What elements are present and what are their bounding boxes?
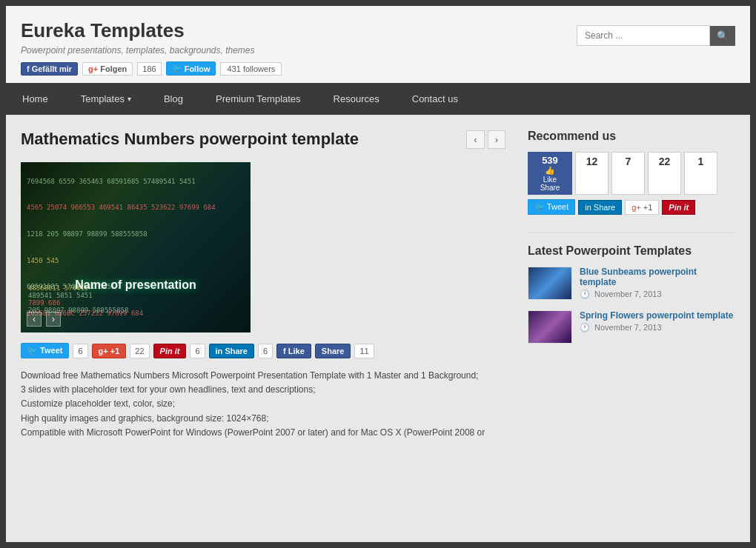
- main-nav: Home Templates ▾ Blog Premium Templates …: [6, 83, 750, 115]
- slide-row-7: 48568011 574415: [28, 284, 243, 292]
- main-layout: Mathematics Numbers powerpoint template …: [6, 115, 750, 455]
- latest-info-1: Blue Sunbeams powerpoint template 🕐 Nove…: [580, 267, 735, 299]
- tweet-button[interactable]: 🐦 Tweet: [21, 343, 69, 358]
- page-title-row: Mathematics Numbers powerpoint template …: [21, 130, 505, 149]
- linkedin-share-button[interactable]: in Share: [209, 344, 254, 358]
- slide-row-3: 1218 205 98897 98899 588555858: [27, 230, 245, 238]
- desc-line-4: High quality images and graphics, backgr…: [21, 412, 505, 426]
- facebook-like-button[interactable]: f Gefällt mir: [21, 62, 78, 76]
- desc-line-2: 3 slides with placeholder text for your …: [21, 383, 505, 397]
- sidebar: Recommend us 539 👍 Like Share 12 7: [528, 130, 735, 440]
- list-item: Blue Sunbeams powerpoint template 🕐 Nove…: [528, 267, 735, 300]
- search-input[interactable]: [577, 25, 710, 46]
- site-subtitle: Powerpoint presentations, templates, bac…: [21, 45, 282, 56]
- linkedin-count-box: 7: [611, 152, 645, 195]
- desc-line-1: Download free Mathematics Numbers Micros…: [21, 369, 505, 383]
- latest-thumb-2: [528, 310, 572, 344]
- sidebar-divider: [528, 233, 735, 233]
- fb-like-button[interactable]: f Like: [276, 344, 311, 358]
- linkedin-icon: in: [585, 203, 591, 212]
- twitter-icon: 🐦: [172, 64, 182, 73]
- gplus-icon: g+: [88, 64, 98, 73]
- fb-thumbs-icon: 👍: [545, 166, 555, 176]
- recommend-title: Recommend us: [528, 130, 735, 143]
- sidebar-tweet-button[interactable]: 🐦 Tweet: [528, 199, 575, 215]
- tweet-count: 6: [73, 344, 87, 358]
- prev-arrow-button[interactable]: ‹: [466, 130, 484, 149]
- twitter-follow-button[interactable]: 🐦 Follow: [166, 61, 216, 76]
- latest-thumb-1: [528, 267, 572, 300]
- share-bar: 🐦 Tweet 6 g+ +1 22 Pin it 6 in Share 6 f…: [21, 343, 505, 358]
- latest-name-2[interactable]: Spring Flowers powerpoint template: [580, 310, 733, 321]
- slide-row-8: 489541 5851 5451: [28, 292, 243, 299]
- fb-like-label: Like: [543, 176, 557, 184]
- slide-next-button[interactable]: ›: [46, 312, 61, 327]
- nav-item-home[interactable]: Home: [6, 83, 64, 115]
- sidebar-linkedin-button[interactable]: in Share: [578, 200, 622, 215]
- latest-date-1: 🕐 November 7, 2013: [580, 290, 735, 299]
- fb-share-label: Share: [540, 184, 560, 192]
- page-title: Mathematics Numbers powerpoint template: [21, 130, 359, 149]
- search-area: 🔍: [577, 25, 735, 46]
- sidebar-pinterest-button[interactable]: Pin it: [662, 200, 695, 215]
- twitter-icon: 🐦: [534, 202, 545, 211]
- sidebar-gplus-button[interactable]: g+ +1: [625, 200, 659, 215]
- fb-like-count-box: 539 👍 Like Share: [528, 152, 572, 195]
- article-description: Download free Mathematics Numbers Micros…: [21, 369, 505, 440]
- sidebar-share-row: 🐦 Tweet in Share g+ +1 Pin it: [528, 199, 735, 215]
- latest-templates-box: Latest Powerpoint Templates Blue Sunbeam…: [528, 244, 735, 344]
- clock-icon: 🕐: [580, 290, 590, 298]
- linkedin-sidebar-count: 7: [626, 156, 631, 167]
- nav-item-premium[interactable]: Premium Templates: [199, 83, 317, 115]
- slide-background: 7694568 6559 365463 68591685 57489541 54…: [21, 162, 251, 333]
- latest-date-2: 🕐 November 7, 2013: [580, 323, 733, 333]
- twitter-sidebar-count: 12: [586, 156, 598, 167]
- clock-icon: 🕐: [580, 323, 590, 332]
- gplus-icon: g+: [631, 203, 641, 212]
- outer-border: Eureka Templates Powerpoint presentation…: [0, 0, 756, 548]
- pin-count-box: 1: [684, 152, 717, 195]
- pinterest-button[interactable]: Pin it: [153, 344, 187, 358]
- site-info: Eureka Templates Powerpoint presentation…: [21, 19, 282, 76]
- nav-item-blog[interactable]: Blog: [147, 83, 199, 115]
- chevron-down-icon: ▾: [127, 95, 131, 103]
- fb-icon: f: [27, 64, 30, 73]
- social-bar: f Gefällt mir g+ Folgen 186 🐦 Follow 431…: [21, 61, 282, 76]
- pin-sidebar-count: 1: [698, 156, 704, 167]
- gplus-share-button[interactable]: g+ +1: [92, 344, 127, 358]
- gplus-sidebar-count: 22: [659, 156, 671, 167]
- main-content: Mathematics Numbers powerpoint template …: [21, 130, 528, 440]
- gplus-count-box: 22: [648, 152, 681, 195]
- slide-row-4: 1450 545: [27, 257, 245, 264]
- gplus-count: 186: [137, 62, 161, 76]
- slide-row-9: 7899 686: [28, 299, 243, 307]
- twitter-count-box: 12: [575, 152, 609, 195]
- recommend-box: Recommend us 539 👍 Like Share 12 7: [528, 130, 735, 215]
- slide-row-1: 7694568 6559 365463 68591685 57489541 54…: [27, 178, 245, 185]
- nav-item-templates[interactable]: Templates ▾: [64, 83, 147, 115]
- gplus-share-count: 22: [130, 344, 149, 358]
- nav-arrows: ‹ ›: [466, 130, 505, 149]
- next-arrow-button[interactable]: ›: [488, 130, 505, 149]
- fb-like-total: 539: [542, 155, 558, 166]
- twitter-count: 431 followers: [220, 62, 282, 76]
- nav-item-resources[interactable]: Resources: [317, 83, 396, 115]
- latest-name-1[interactable]: Blue Sunbeams powerpoint template: [580, 267, 735, 287]
- search-button[interactable]: 🔍: [710, 26, 735, 46]
- header: Eureka Templates Powerpoint presentation…: [6, 6, 750, 83]
- desc-line-5: Compatible with Microsoft PowerPoint for…: [21, 426, 505, 440]
- site-title: Eureka Templates: [21, 19, 282, 42]
- pin-count: 6: [190, 344, 205, 358]
- nav-item-contact[interactable]: Contact us: [396, 83, 474, 115]
- gplus-follow-button[interactable]: g+ Folgen: [82, 62, 133, 76]
- inner-wrap: Eureka Templates Powerpoint presentation…: [6, 6, 750, 542]
- desc-line-3: Customize placeholder text, color, size;: [21, 397, 505, 411]
- fb-like-count: 11: [354, 344, 374, 358]
- fb-share-button[interactable]: Share: [315, 344, 351, 358]
- slide-prev-button[interactable]: ‹: [27, 312, 42, 327]
- linkedin-count: 6: [258, 344, 273, 358]
- latest-title: Latest Powerpoint Templates: [528, 244, 735, 258]
- slideshow: 7694568 6559 365463 68591685 57489541 54…: [21, 162, 251, 333]
- list-item: Spring Flowers powerpoint template 🕐 Nov…: [528, 310, 735, 344]
- slide-row-2: 4565 25074 966553 469541 86435 523622 97…: [27, 204, 245, 211]
